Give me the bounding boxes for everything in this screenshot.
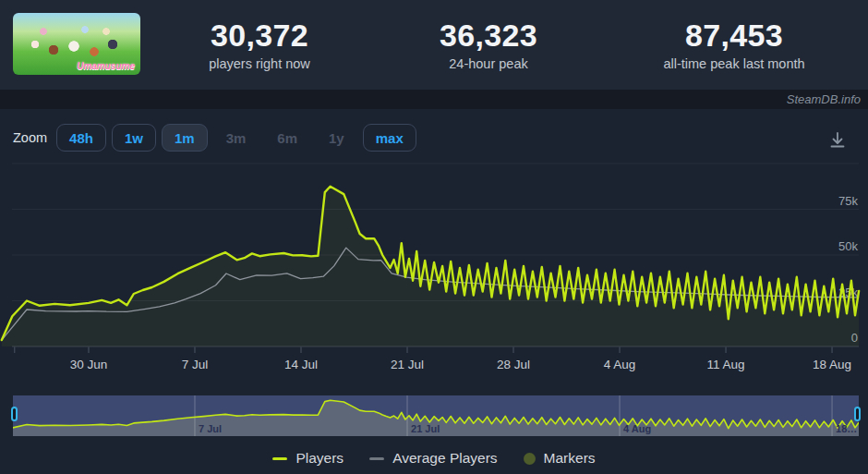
zoom-label: Zoom [13,130,47,145]
navigator[interactable]: 7 Jul21 Jul4 Aug18… [13,395,859,436]
legend-item-average-players[interactable]: Average Players [369,450,497,467]
game-logo-text: Umamusume [77,61,135,71]
alltime-peak-value: 87,453 [685,18,783,53]
steamdb-chart-page: Umamusume 30,372 players right now 36,32… [0,0,868,474]
svg-text:50k: 50k [838,239,858,253]
zoom-button-48h[interactable]: 48h [56,124,106,152]
svg-text:75k: 75k [838,194,858,208]
svg-text:28 Jul: 28 Jul [497,358,530,371]
svg-text:18…: 18… [836,423,857,434]
legend-label: Players [295,450,344,467]
stat-alltime-peak: 87,453 all-time peak last month [623,0,845,90]
legend-item-markers[interactable]: Markers [524,450,596,467]
legend-swatch [524,453,536,465]
stat-24h-peak: 36,323 24-hour peak [378,0,599,90]
svg-text:21 Jul: 21 Jul [391,358,424,371]
players-now-value: 30,372 [211,18,308,53]
zoom-buttons: 48h1w1m3m6m1ymax [56,124,422,152]
stat-players-now: 30,372 players right now [149,0,370,90]
legend-swatch [369,457,384,460]
peak-24h-label: 24-hour peak [449,56,527,71]
svg-text:7 Jul: 7 Jul [199,423,222,434]
legend-label: Average Players [392,450,497,467]
legend-label: Markers [544,450,596,467]
alltime-peak-label: all-time peak last month [663,56,804,71]
watermark: SteamDB.info [787,92,861,106]
players-now-label: players right now [209,56,310,71]
download-icon[interactable] [827,130,848,151]
watermark-band: SteamDB.info [0,90,868,109]
zoom-button-1y: 1y [316,124,357,152]
svg-text:30 Jun: 30 Jun [70,358,108,371]
chart-toolbar: Zoom 48h1w1m3m6m1ymax [13,123,855,152]
navigator-handle-left[interactable] [11,407,18,421]
zoom-button-6m: 6m [264,124,310,152]
legend-item-players[interactable]: Players [272,450,344,467]
svg-text:14 Jul: 14 Jul [284,358,318,371]
svg-text:7 Jul: 7 Jul [182,358,209,371]
zoom-button-1w[interactable]: 1w [112,124,156,152]
game-banner: Umamusume [13,13,140,75]
legend-swatch [272,457,287,460]
header: Umamusume 30,372 players right now 36,32… [0,0,868,90]
zoom-button-1m[interactable]: 1m [162,124,208,152]
svg-text:11 Aug: 11 Aug [707,358,745,371]
svg-text:4 Aug: 4 Aug [604,358,636,371]
zoom-button-max[interactable]: max [363,124,416,152]
svg-text:4 Aug: 4 Aug [623,423,651,434]
peak-24h-value: 36,323 [440,18,537,53]
legend: PlayersAverage PlayersMarkers [0,450,868,467]
svg-text:21 Jul: 21 Jul [411,423,440,434]
zoom-button-3m: 3m [213,124,259,152]
navigator-handle-right[interactable] [854,407,861,421]
main-chart[interactable]: 75k50k25k030 Jun7 Jul14 Jul21 Jul28 Jul4… [0,159,868,381]
svg-text:18 Aug: 18 Aug [813,358,851,371]
